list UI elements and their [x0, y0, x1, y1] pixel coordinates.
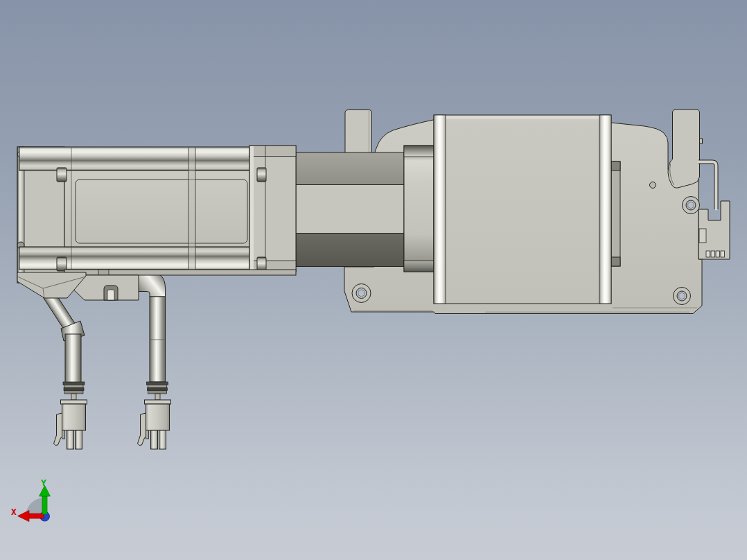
coupling-band-mid [296, 152, 404, 185]
motor-cable [37, 282, 87, 449]
end-stop-hook-right [668, 110, 700, 188]
coupling-band-dark [296, 234, 404, 267]
motor-seam-strip [188, 148, 195, 270]
counterbore-hole-upper [683, 197, 700, 214]
carriage-edge-left [434, 115, 446, 304]
pin-hole [650, 182, 656, 189]
sensor-wire-core [698, 162, 717, 209]
linear-rail [611, 161, 620, 266]
flange-edge-highlight [250, 146, 254, 271]
motor-gearbox-flange [249, 146, 296, 272]
axis-x-label: X [11, 507, 17, 517]
tube-flange-cap-bottom [404, 261, 434, 272]
rail-nub-top [611, 161, 620, 170]
bracket-slot-inner [107, 290, 114, 300]
cable-connector-left [54, 400, 87, 449]
coupling-tube-flange [404, 146, 434, 272]
counterbore-hole-left [352, 284, 371, 303]
axis-y-shaft [42, 496, 47, 514]
motor-boss [57, 257, 67, 271]
rail-nub-bottom [611, 257, 620, 266]
axis-y-label: Y [41, 478, 46, 488]
counterbore-hole-right [674, 288, 691, 305]
tube-flange-cap-top [404, 146, 434, 157]
connector-prong [76, 430, 82, 449]
motor-boss [257, 257, 266, 271]
slider-carriage [434, 115, 611, 304]
hook-step [700, 139, 703, 143]
motor-rail-bottom [19, 247, 249, 270]
connector-latch [54, 413, 62, 446]
flange-band-top [249, 146, 296, 157]
motor-rail-top [19, 147, 249, 170]
cad-viewport[interactable]: X Y [0, 0, 747, 560]
cable-exit-wedge [17, 272, 86, 298]
carriage-edge-right [599, 115, 611, 304]
connector-pin-small [146, 430, 149, 439]
connector-prong [67, 430, 74, 449]
connector-pin-small [62, 430, 65, 439]
carriage-top-highlight [446, 116, 599, 119]
axis-x-head [18, 511, 30, 522]
axis-x-shaft [29, 514, 44, 518]
motor-boss [257, 168, 266, 182]
cable-ferrule [147, 382, 168, 394]
sensor-bracket-tab [699, 229, 706, 243]
encoder-cable [137, 272, 171, 450]
axis-triad-icon: X Y [11, 478, 50, 522]
cable-connector-right [138, 400, 171, 449]
cad-canvas[interactable]: X Y [0, 0, 747, 560]
connector-latch [138, 413, 146, 446]
cable-pin [71, 394, 76, 400]
underside-bar-tab [98, 270, 109, 275]
motor-boss [57, 168, 67, 182]
cable-pin [155, 394, 160, 400]
motor-body-face [64, 170, 249, 247]
connector-prong [151, 430, 158, 449]
end-stop-tab-left [345, 110, 372, 154]
connector-prong [159, 430, 166, 449]
sensor-wire [698, 162, 717, 210]
coupling-band-light [296, 185, 404, 234]
cable-ferrule [63, 382, 85, 394]
